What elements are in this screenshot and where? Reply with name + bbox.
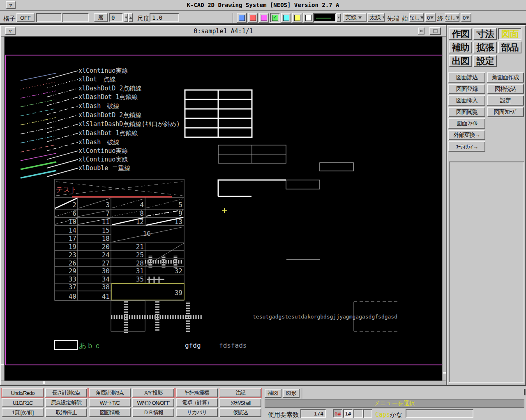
table-cell-number: 7 [106,210,110,217]
bottom-button-r0c4[interactable]: ｷｰｶｰｿﾙ/座標 [176,388,218,397]
color-swatch-5[interactable] [292,13,302,23]
tip-end-type-value: なし [445,14,456,21]
submenu-right-1[interactable]: 図枠読込 [487,84,524,94]
drawing-maximize-button[interactable] [429,27,441,35]
layer-value-field[interactable]: 0 [109,13,123,22]
drawing-canvas[interactable]: xlContinuo実線xlDot 点線xlDashDotD 2点鎖線xlDas… [5,37,443,381]
dropdown-arrow-icon [420,16,424,19]
window-titlebar: ▽ K-CAD 2D Drawing System [NEOS] Version… [0,0,526,11]
bottom-button-r0c1[interactable]: 長さ計測/2点 [45,388,87,397]
table-cell-number: 21 [136,243,144,251]
scrollbar-thumb[interactable] [43,381,45,384]
arrow-down-icon [337,17,340,18]
empty-field-2[interactable] [363,409,372,418]
linetype-dropdown[interactable]: 実線 [343,13,367,22]
table-cell-number: 20 [102,243,110,251]
sample-line [21,162,56,169]
submenu-left-3[interactable]: 図面閲覧 [448,107,485,117]
layer-up-button[interactable] [128,13,133,22]
scrollbar-thumb[interactable] [1,364,4,365]
submenu-left-1[interactable]: 図面登録 [448,84,485,94]
bottom-button-r2c2[interactable]: 図面情報 [89,408,131,417]
scale-value-field[interactable]: 1.0 [150,13,179,22]
color-swatch-6[interactable] [303,13,314,23]
pen1-field[interactable]: 1# [343,409,353,418]
color-swatch-fill [261,15,267,21]
resize-notch [524,389,526,395]
bottom-button-r2c0[interactable]: 1頁 [次/前] [2,408,44,417]
sample-label: xlDot 点線 [78,76,115,83]
submenu-left-6[interactable]: ﾕｰﾃｨﾘﾃｨ→ [448,141,485,152]
tip-end-type-dropdown[interactable]: なし [445,13,459,22]
bottom-button-r2c3[interactable]: ＤＢ情報 [132,408,174,417]
linestyle-picker-button[interactable] [336,13,341,22]
canvas-right-scrollbar[interactable] [442,37,446,381]
table-cell-number: 34 [102,275,110,283]
bottom-button-r1c1[interactable]: 原点設定/解除 [45,398,87,407]
canvas-left-scrollbar[interactable] [1,37,5,381]
bottom-button-r2c1[interactable]: 取消/停止 [45,408,87,417]
bottom-button-r1c3[interactable]: Wｱｲｺﾝ ON/OFF [132,398,174,407]
bottom-button-r1c2[interactable]: Wｿｰﾄ T/C [89,398,131,407]
bottom-button-r2c4[interactable]: リカバリ [176,408,218,417]
table-cell-number: 9 [178,210,182,217]
submenu-left-2[interactable]: 図面挿入 [448,95,485,106]
tip-end-size-dropdown[interactable]: 0 [461,13,471,22]
sample-line [47,71,78,79]
tip-start-size-dropdown[interactable]: 0 [425,13,436,22]
main-menu-寸法[interactable]: 寸法 [473,28,497,40]
canvas-bottom-scrollbar[interactable] [1,381,446,385]
layer-down-button[interactable] [124,13,128,22]
color-swatch-3[interactable]: ✓ [270,13,280,23]
bottom-button-r1c5[interactable]: ｼｽﾃﾑ/Shell [219,398,261,407]
main-menu-補助[interactable]: 補助 [449,42,472,53]
submenu-left-4[interactable]: 図面ﾌｧｲﾙ [448,118,485,129]
white-table [185,90,252,137]
table-cell-number: 28 [136,259,144,267]
empty-field-1[interactable] [353,409,363,418]
bottom-button-r2c5[interactable]: 仮読込 [219,408,261,417]
bottom-button-r0c3[interactable]: X/Y 投影 [132,388,174,397]
layer-button[interactable]: 層 [94,13,108,22]
canvas-text-gfdg: gfdg [185,342,201,349]
scrollbar-thumb[interactable] [443,372,446,374]
color-swatch-0[interactable] [237,13,247,23]
submenu-left-5[interactable]: 外部変換→ [448,130,485,140]
main-menu-拡張[interactable]: 拡張 [473,42,497,53]
bottom-button-r0c0[interactable]: Undo/Redo [2,388,44,397]
aux-button-0[interactable]: 補図 [265,389,281,398]
sample-line [47,142,78,151]
drawing-minimize-button[interactable] [418,28,424,35]
tip-label: 先端 [387,15,399,23]
table-cell-number: 31 [136,267,144,275]
main-menu-作図[interactable]: 作図 [449,28,472,40]
submenu-left-0[interactable]: 図面読込 [448,72,485,83]
toolbar-field-1[interactable] [36,13,62,22]
color-swatch-4[interactable] [281,13,291,23]
color-swatch-1[interactable] [248,13,258,23]
bottom-button-r1c0[interactable]: U1C/R1C [2,398,44,407]
input-field[interactable] [406,409,473,418]
bottom-button-r0c5[interactable]: 注記 [219,388,261,397]
lineweight-dropdown[interactable]: 太線 [367,13,385,22]
main-menu-設定[interactable]: 設定 [473,55,497,67]
submenu-right-2[interactable]: 設定 [487,95,524,106]
main-menu-出図[interactable]: 出図 [449,55,472,67]
bottom-button-r0c2[interactable]: 角度計測/3点 [89,388,131,397]
sample-line [21,145,56,152]
color-swatch-2[interactable] [259,13,269,23]
main-menu-図面[interactable]: 図面 [498,28,521,40]
submenu-right-3[interactable]: 図面ｸﾛｰｽﾞ [487,107,524,117]
bottom-button-r1c4[interactable]: 電卓（計算） [176,398,218,407]
status-message: メニューを選択 [374,400,415,407]
main-menu-部品[interactable]: 部品 [498,42,521,53]
canvas-text-test: テスト [56,185,77,194]
tip-start-type-dropdown[interactable]: なし [409,13,424,22]
pen0-field[interactable]: 0# [333,409,342,418]
right-panel-workspace [449,162,524,383]
kcad-application: ▽ K-CAD 2D Drawing System [NEOS] Version… [0,0,526,420]
submenu-right-0[interactable]: 新図面作成 [487,72,524,83]
aux-button-1[interactable]: 図形 [283,389,300,398]
grid-toggle-button[interactable]: OFF [16,13,35,22]
toolbar-field-2[interactable] [62,13,89,22]
